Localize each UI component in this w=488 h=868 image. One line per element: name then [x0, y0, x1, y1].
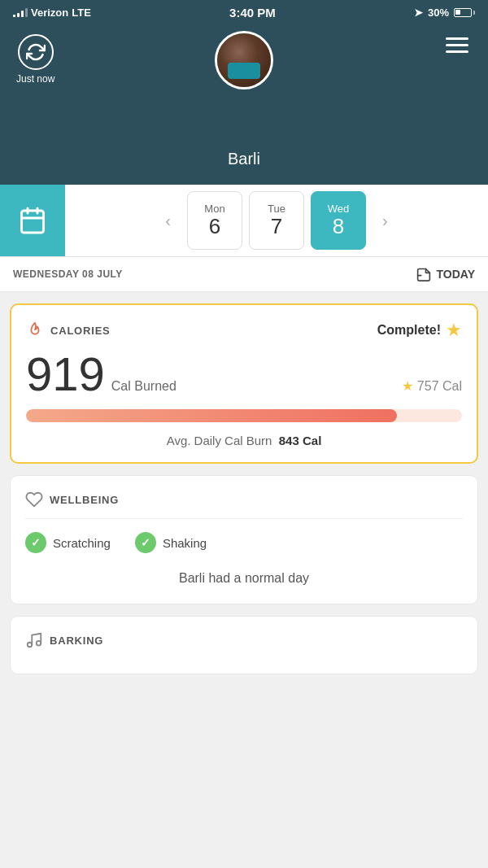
- hamburger-icon: [446, 44, 468, 46]
- battery-icon: [454, 8, 475, 17]
- check-shaking-icon: ✓: [135, 532, 156, 553]
- next-day-button[interactable]: ›: [369, 212, 401, 230]
- wellbeing-item-scratching: ✓ Scratching: [25, 532, 111, 553]
- cal-burned-label: Cal Burned: [111, 379, 176, 394]
- avg-row: Avg. Daily Cal Burn 843 Cal: [26, 434, 462, 447]
- carrier-label: Verizon: [31, 7, 68, 19]
- day-tue[interactable]: Tue 7: [249, 191, 304, 250]
- calories-title-row: CALORIES: [26, 321, 111, 339]
- avg-value: 843 Cal: [279, 434, 322, 447]
- avatar-container[interactable]: [215, 31, 273, 89]
- day-mon[interactable]: Mon 6: [187, 191, 242, 250]
- day-tue-number: 7: [271, 215, 282, 238]
- calendar-nav: ‹ Mon 6 Tue 7 Wed 8 ›: [0, 185, 488, 257]
- cal-burned-number: 919: [26, 351, 105, 398]
- status-time: 3:40 PM: [229, 6, 276, 20]
- battery-percent: 30%: [428, 7, 449, 19]
- pet-photo: [217, 33, 271, 87]
- wellbeing-divider: [25, 518, 463, 519]
- barking-icon: [25, 631, 43, 649]
- check-scratching-icon: ✓: [25, 532, 46, 553]
- calendar-icon-button[interactable]: [0, 185, 65, 256]
- wellbeing-card: WELLBEING ✓ Scratching ✓ Shaking Barli h…: [10, 475, 478, 604]
- calorie-progress-fill: [26, 409, 397, 422]
- wellbeing-items: ✓ Scratching ✓ Shaking: [25, 532, 463, 553]
- complete-text: Complete!: [377, 323, 441, 338]
- wellbeing-title-row: WELLBEING: [25, 491, 119, 508]
- wellbeing-title: WELLBEING: [50, 494, 119, 506]
- day-tue-name: Tue: [268, 203, 285, 215]
- svg-point-5: [28, 643, 33, 648]
- header: Just now Barli: [0, 24, 488, 185]
- day-mon-name: Mon: [204, 203, 224, 215]
- wellbeing-scratching-label: Scratching: [53, 536, 111, 550]
- avg-label: Avg. Daily Cal Burn: [167, 434, 272, 447]
- complete-star-icon: ★: [446, 320, 462, 341]
- day-wed[interactable]: Wed 8: [311, 191, 366, 250]
- svg-rect-0: [22, 211, 44, 233]
- pet-name: Barli: [228, 150, 260, 168]
- hamburger-icon: [446, 50, 468, 53]
- today-button[interactable]: TODAY: [416, 267, 475, 281]
- status-bar: Verizon LTE 3:40 PM ➤ 30%: [0, 0, 488, 24]
- barking-title: BARKING: [50, 635, 103, 647]
- calories-card-header: CALORIES Complete! ★: [26, 320, 462, 341]
- prev-day-button[interactable]: ‹: [152, 212, 184, 230]
- calories-card: CALORIES Complete! ★ 919 Cal Burned ★ 75…: [10, 303, 478, 464]
- refresh-icon: [18, 34, 54, 70]
- status-right: ➤ 30%: [414, 7, 475, 19]
- wellbeing-summary: Barli had a normal day: [25, 566, 463, 589]
- refresh-button[interactable]: Just now: [16, 34, 54, 85]
- main-content: CALORIES Complete! ★ 919 Cal Burned ★ 75…: [0, 292, 488, 686]
- day-wed-number: 8: [333, 215, 344, 238]
- heart-icon: [25, 491, 43, 508]
- location-icon: ➤: [414, 7, 423, 19]
- cal-goal-value: 757 Cal: [417, 379, 462, 394]
- wellbeing-item-shaking: ✓ Shaking: [135, 532, 207, 553]
- flame-icon: [26, 321, 44, 339]
- complete-row: Complete! ★: [377, 320, 462, 341]
- wellbeing-card-header: WELLBEING: [25, 491, 463, 508]
- date-header: WEDNESDAY 08 JULY TODAY: [0, 257, 488, 292]
- refresh-label: Just now: [16, 73, 54, 85]
- cal-burned-left: 919 Cal Burned: [26, 351, 176, 398]
- svg-point-6: [37, 641, 41, 646]
- wellbeing-shaking-label: Shaking: [163, 536, 207, 550]
- network-label: LTE: [72, 7, 91, 19]
- today-label: TODAY: [437, 268, 475, 281]
- calendar-days: ‹ Mon 6 Tue 7 Wed 8 ›: [65, 185, 488, 256]
- calories-main: 919 Cal Burned ★ 757 Cal: [26, 351, 462, 398]
- date-label: WEDNESDAY 08 JULY: [13, 268, 123, 280]
- goal-star-icon: ★: [402, 378, 413, 394]
- barking-title-row: BARKING: [25, 631, 463, 649]
- calories-title: CALORIES: [50, 325, 111, 337]
- menu-button[interactable]: [442, 34, 472, 56]
- signal-icon: [13, 7, 28, 17]
- cal-goal: ★ 757 Cal: [402, 378, 462, 394]
- status-left: Verizon LTE: [13, 7, 91, 19]
- day-mon-number: 6: [209, 215, 220, 238]
- avatar: [215, 31, 273, 89]
- barking-card: BARKING: [10, 616, 478, 674]
- hamburger-icon: [446, 37, 468, 40]
- calorie-progress-bar: [26, 409, 462, 422]
- day-wed-name: Wed: [328, 203, 350, 215]
- header-top: Just now: [16, 34, 472, 85]
